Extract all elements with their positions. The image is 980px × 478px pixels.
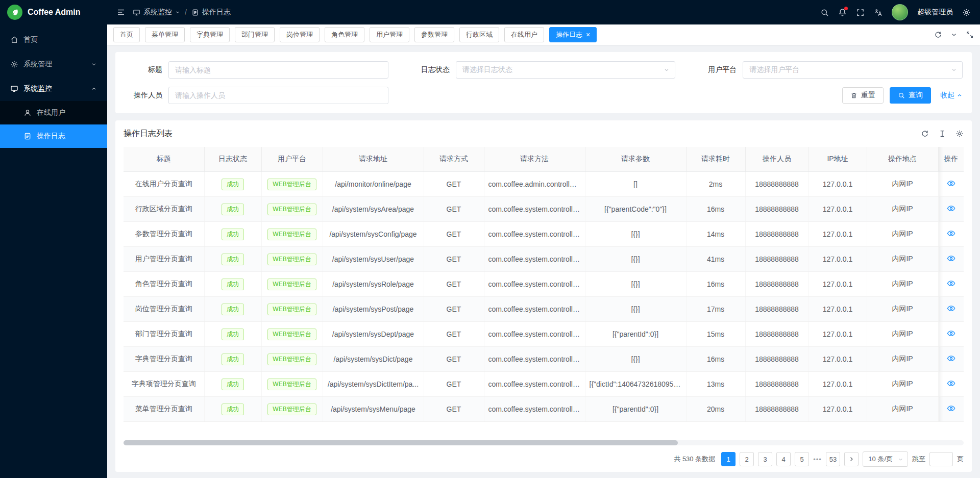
cell-method: GET — [424, 347, 484, 372]
user-avatar[interactable] — [892, 4, 908, 20]
status-tag: 成功 — [222, 304, 244, 315]
tab-close-icon[interactable]: × — [586, 31, 590, 38]
jump-page-input[interactable] — [929, 452, 953, 466]
cell-location: 内网IP — [867, 372, 938, 397]
scrollbar-thumb[interactable] — [124, 440, 678, 445]
translate-icon[interactable] — [874, 8, 883, 17]
page-button-3[interactable]: 3 — [758, 452, 772, 466]
table-toolbar — [921, 130, 964, 138]
density-icon[interactable] — [938, 130, 946, 138]
tab-online-users[interactable]: 在线用户 — [504, 27, 544, 42]
breadcrumb-current-label: 操作日志 — [202, 8, 231, 17]
status-tag: 成功 — [222, 204, 244, 215]
settings-gear-icon[interactable] — [962, 8, 971, 17]
cell-url: /api/system/sysDept/page — [323, 322, 424, 347]
view-detail-eye-icon[interactable] — [947, 229, 955, 238]
refresh-icon[interactable] — [921, 130, 929, 138]
view-detail-eye-icon[interactable] — [947, 329, 955, 338]
page-button-5[interactable]: 5 — [795, 452, 809, 466]
content-fullscreen-icon[interactable] — [966, 31, 974, 39]
cell-params: [{}] — [585, 222, 686, 247]
collapse-sidebar-icon[interactable] — [116, 8, 126, 17]
cell-handler: com.coffee.system.controlle... — [484, 397, 585, 422]
next-page-button[interactable] — [844, 452, 859, 466]
view-detail-eye-icon[interactable] — [947, 254, 955, 263]
operator-input[interactable] — [168, 87, 388, 104]
view-detail-eye-icon[interactable] — [947, 204, 955, 213]
tab-label: 在线用户 — [511, 30, 537, 39]
cell-status: 成功 — [204, 172, 261, 197]
status-tag: 成功 — [222, 229, 244, 240]
cell-duration: 17ms — [686, 297, 745, 322]
tab-config-management[interactable]: 参数管理 — [414, 27, 454, 42]
cell-operator: 18888888888 — [745, 222, 808, 247]
sidebar-item-home[interactable]: 首页 — [0, 28, 107, 52]
horizontal-scrollbar[interactable] — [124, 440, 964, 445]
page-size-value: 10 条/页 — [868, 455, 893, 464]
sidebar-item-system-management[interactable]: 系统管理 — [0, 52, 107, 77]
page-button-2[interactable]: 2 — [740, 452, 754, 466]
cell-title: 用户管理分页查询 — [124, 247, 204, 272]
breadcrumb-parent[interactable]: 系统监控 — [133, 8, 180, 17]
tab-menu-management[interactable]: 菜单管理 — [145, 27, 185, 42]
sidebar-item-operation-log[interactable]: 操作日志 — [0, 124, 107, 148]
cell-method: GET — [424, 372, 484, 397]
view-detail-eye-icon[interactable] — [947, 354, 955, 363]
cell-platform: WEB管理后台 — [261, 297, 323, 322]
platform-tag: WEB管理后台 — [267, 229, 316, 240]
tab-dept-management[interactable]: 部门管理 — [235, 27, 275, 42]
column-header: 用户平台 — [261, 147, 323, 172]
refresh-tabs-icon[interactable] — [934, 31, 942, 39]
filter-platform-label: 用户平台 — [699, 65, 737, 74]
view-detail-eye-icon[interactable] — [947, 404, 955, 413]
notification-badge — [844, 7, 848, 10]
pagination-ellipsis[interactable]: ••• — [813, 456, 822, 463]
log-table: 标题日志状态用户平台请求地址请求方式请求方法请求参数请求耗时操作人员IP地址操作… — [124, 147, 964, 422]
page-size-select[interactable]: 10 条/页 — [863, 451, 908, 467]
page-button-53[interactable]: 53 — [826, 452, 840, 466]
cell-location: 内网IP — [867, 347, 938, 372]
search-icon[interactable] — [820, 8, 829, 17]
chevron-down-icon — [175, 10, 180, 15]
page-button-1[interactable]: 1 — [721, 452, 736, 466]
sidebar-item-system-monitoring[interactable]: 系统监控 — [0, 77, 107, 101]
tab-bar: 首页菜单管理字典管理部门管理岗位管理角色管理用户管理参数管理行政区域在线用户操作… — [107, 24, 980, 45]
logo: Coffee Admin — [0, 0, 107, 24]
user-name[interactable]: 超级管理员 — [917, 8, 953, 17]
main-area: 系统监控 / 操作日志 超级管理员 — [107, 0, 980, 478]
filter-actions: 重置 查询 收起 — [412, 87, 963, 104]
log-status-select[interactable]: 请选择日志状态 — [456, 61, 676, 79]
tab-post-management[interactable]: 岗位管理 — [280, 27, 320, 42]
tab-operation-log[interactable]: 操作日志× — [549, 27, 597, 42]
column-settings-gear-icon[interactable] — [955, 130, 964, 138]
page-button-4[interactable]: 4 — [776, 452, 791, 466]
title-input[interactable] — [168, 61, 388, 79]
tab-home[interactable]: 首页 — [113, 27, 140, 42]
cell-ip: 127.0.0.1 — [808, 372, 867, 397]
tab-role-management[interactable]: 角色管理 — [325, 27, 364, 42]
cell-ip: 127.0.0.1 — [808, 222, 867, 247]
header-actions: 超级管理员 — [820, 4, 971, 20]
view-detail-eye-icon[interactable] — [947, 179, 955, 188]
view-detail-eye-icon[interactable] — [947, 279, 955, 288]
cell-url: /api/system/sysPost/page — [323, 297, 424, 322]
view-detail-eye-icon[interactable] — [947, 379, 955, 388]
tab-user-management[interactable]: 用户管理 — [370, 27, 409, 42]
platform-tag: WEB管理后台 — [267, 379, 316, 390]
search-button[interactable]: 查询 — [890, 87, 931, 104]
sidebar-item-online-users[interactable]: 在线用户 — [0, 101, 107, 124]
tab-area-management[interactable]: 行政区域 — [459, 27, 499, 42]
view-detail-eye-icon[interactable] — [947, 304, 955, 313]
fullscreen-icon[interactable] — [856, 8, 865, 17]
reset-button[interactable]: 重置 — [842, 87, 884, 104]
cell-url: /api/system/sysRole/page — [323, 272, 424, 297]
chevron-down-icon — [951, 67, 957, 73]
notification-bell-icon[interactable] — [838, 8, 847, 17]
sidebar-submenu: 在线用户 操作日志 — [0, 101, 107, 148]
cell-duration: 16ms — [686, 272, 745, 297]
user-platform-select[interactable]: 请选择用户平台 — [743, 61, 963, 79]
tab-dict-management[interactable]: 字典管理 — [190, 27, 230, 42]
collapse-filter-link[interactable]: 收起 — [940, 91, 963, 100]
cell-operator: 18888888888 — [745, 297, 808, 322]
tab-menu-chevron-down-icon[interactable] — [950, 31, 958, 38]
